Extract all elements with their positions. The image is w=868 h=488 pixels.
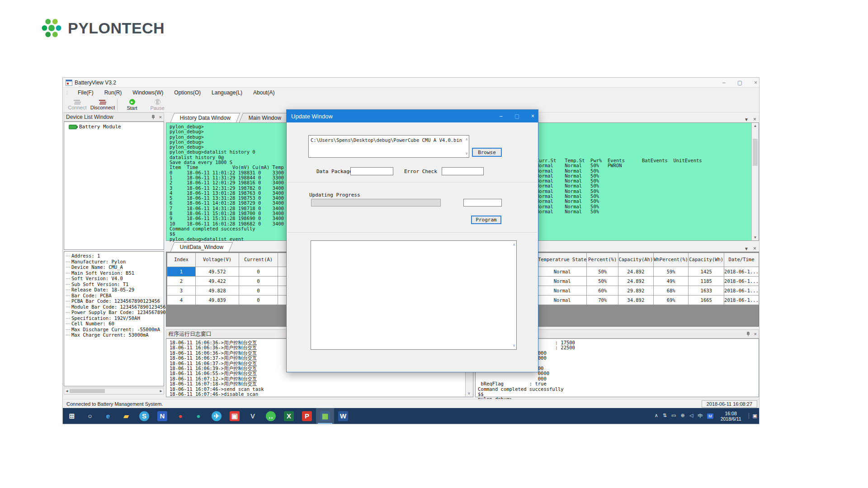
table-cell[interactable]: 24.892 <box>618 267 653 277</box>
scroll-down-icon[interactable]: ∨ <box>513 343 515 347</box>
table-row[interactable]: Normal70%34.89269%16652018-06-1... <box>538 296 759 305</box>
app-blue-taskbar-button[interactable]: N <box>153 408 171 424</box>
menu-about[interactable]: About(A) <box>248 88 280 97</box>
table-cell[interactable]: 50% <box>587 267 618 277</box>
table-cell[interactable]: Normal <box>538 277 587 286</box>
scroll-up-icon[interactable]: ∧ <box>513 243 515 247</box>
scroll-thumb[interactable] <box>753 139 758 166</box>
batteryview-taskbar-button[interactable]: ▦ <box>316 408 334 424</box>
scroll-right-icon[interactable]: ► <box>159 389 163 393</box>
dialog-minimize-icon[interactable]: – <box>500 113 503 119</box>
table-cell[interactable]: Normal <box>538 267 587 277</box>
column-header[interactable]: Capacity(Wh) <box>689 253 724 267</box>
table-cell[interactable]: 49% <box>653 277 689 286</box>
table-cell[interactable]: 0 <box>239 267 278 277</box>
ime-chinese-icon[interactable]: 中 <box>698 413 703 419</box>
scroll-down-icon[interactable]: ∨ <box>468 391 471 395</box>
pin-icon[interactable] <box>151 115 156 120</box>
wechat-taskbar-button[interactable]: ‥ <box>262 408 280 424</box>
menu-options[interactable]: Options(O) <box>169 88 206 97</box>
spinner-up-icon[interactable]: ∧ <box>465 137 468 141</box>
column-header[interactable]: Date/Time <box>724 253 759 267</box>
table-row[interactable]: Normal60%29.89268%16332018-06-1... <box>538 286 759 296</box>
scroll-thumb[interactable] <box>70 389 105 393</box>
app-v-taskbar-button[interactable]: V <box>244 408 262 424</box>
tab-main-window[interactable]: Main Window <box>239 113 291 122</box>
app-teal-taskbar-button[interactable]: ● <box>189 408 208 424</box>
dialog-titlebar[interactable]: Update Window – ▢ × <box>287 110 538 122</box>
menu-run[interactable]: Run(R) <box>99 88 127 97</box>
network-globe-icon[interactable]: ⊕ <box>680 413 684 419</box>
close-icon[interactable]: × <box>754 80 757 86</box>
data-package-field[interactable] <box>350 167 393 175</box>
taskbar-clock[interactable]: 16:08 2018/6/11 <box>718 411 744 422</box>
telegram-taskbar-button[interactable]: ✈ <box>208 408 226 424</box>
menu-windows[interactable]: Windows(W) <box>127 88 169 97</box>
table-cell[interactable]: 49.828 <box>196 286 239 296</box>
close-icon[interactable]: × <box>754 331 757 337</box>
skype-taskbar-button[interactable]: S <box>135 408 153 424</box>
close-icon[interactable]: × <box>159 114 162 120</box>
table-cell[interactable]: 1665 <box>689 296 724 305</box>
table-cell[interactable]: 2 <box>167 277 196 286</box>
edge-browser-taskbar-button[interactable]: e <box>99 408 117 424</box>
program-button[interactable]: Program <box>471 216 501 224</box>
close-icon[interactable]: × <box>753 116 756 122</box>
maximize-icon[interactable]: ▢ <box>737 80 742 86</box>
table-cell[interactable]: 60% <box>587 286 618 296</box>
history-console-vscrollbar[interactable]: ▲ ▼ <box>751 123 759 240</box>
table-cell[interactable]: 59% <box>653 267 689 277</box>
scroll-down-icon[interactable]: ▼ <box>754 235 757 239</box>
mail-badge-icon[interactable]: M <box>707 413 713 419</box>
start-button[interactable]: ▶ Start <box>119 98 145 112</box>
browse-button[interactable]: Browse <box>472 148 502 157</box>
start-taskbar-button[interactable]: ⊞ <box>63 408 81 424</box>
table-cell[interactable]: 49.422 <box>196 277 239 286</box>
table-cell[interactable]: 0 <box>239 277 278 286</box>
table-cell[interactable]: 50% <box>587 277 618 286</box>
table-row[interactable]: Normal50%24.89259%14252018-06-1... <box>538 267 759 277</box>
table-cell[interactable]: 70% <box>587 296 618 305</box>
progress-value-field[interactable] <box>463 199 502 206</box>
error-check-field[interactable] <box>442 167 484 175</box>
tab-unitdata-window[interactable]: UnitData_Window <box>170 242 233 252</box>
word-taskbar-button[interactable]: W <box>334 408 352 424</box>
file-explorer-taskbar-button[interactable]: ▰ <box>117 408 135 424</box>
excel-taskbar-button[interactable]: X <box>280 408 298 424</box>
firmware-path-field[interactable]: C:\Users\Spens\Desktop\debug\PowerCube_C… <box>308 135 469 158</box>
column-header[interactable]: WhPercent(%) <box>653 253 689 267</box>
app-red-taskbar-button[interactable]: ● <box>171 408 189 424</box>
tree-item-battery-module[interactable]: Battery Module <box>64 122 164 130</box>
dock-dropdown-icon[interactable]: ▼ <box>744 246 749 251</box>
dock-dropdown-icon[interactable]: ▼ <box>744 117 749 122</box>
table-cell[interactable]: Normal <box>538 286 587 296</box>
minimize-icon[interactable]: – <box>722 80 726 86</box>
table-cell[interactable]: 1633 <box>689 286 724 296</box>
table-cell[interactable]: 2018-06-1... <box>724 286 759 296</box>
table-cell[interactable]: 49.839 <box>196 296 239 305</box>
table-cell[interactable]: 3 <box>167 286 196 296</box>
pin-icon[interactable] <box>746 332 750 337</box>
column-header[interactable]: Voltage(V) <box>196 253 239 267</box>
table-cell[interactable]: 24.892 <box>618 277 653 286</box>
column-header[interactable]: Capacity(Ah) <box>618 253 653 267</box>
close-icon[interactable]: × <box>753 245 756 252</box>
battery-icon[interactable]: ▭ <box>671 413 676 419</box>
bandwidth-icon[interactable]: ⇅ <box>663 413 667 419</box>
table-cell[interactable]: 0 <box>239 286 278 296</box>
chevron-up-icon[interactable]: ∧ <box>655 413 658 419</box>
scroll-up-icon[interactable]: ▲ <box>754 124 757 128</box>
connect-button[interactable]: Connect <box>65 98 90 112</box>
scroll-left-icon[interactable]: ◄ <box>65 389 69 393</box>
speaker-mute-icon[interactable]: ◁ <box>689 413 693 419</box>
table-cell[interactable]: 1185 <box>689 277 724 286</box>
menu-file[interactable]: File(F) <box>72 88 99 97</box>
pause-button[interactable]: Pause <box>145 98 170 112</box>
table-cell[interactable]: Normal <box>538 296 587 305</box>
menu-language[interactable]: Language(L) <box>206 88 248 97</box>
column-header[interactable]: Index <box>167 253 196 267</box>
table-cell[interactable]: 1 <box>167 267 196 277</box>
spinner-down-icon[interactable]: ∨ <box>465 151 468 155</box>
column-header[interactable]: Temperatrue State <box>538 253 587 267</box>
notifications-icon[interactable]: ▣ <box>749 413 757 419</box>
